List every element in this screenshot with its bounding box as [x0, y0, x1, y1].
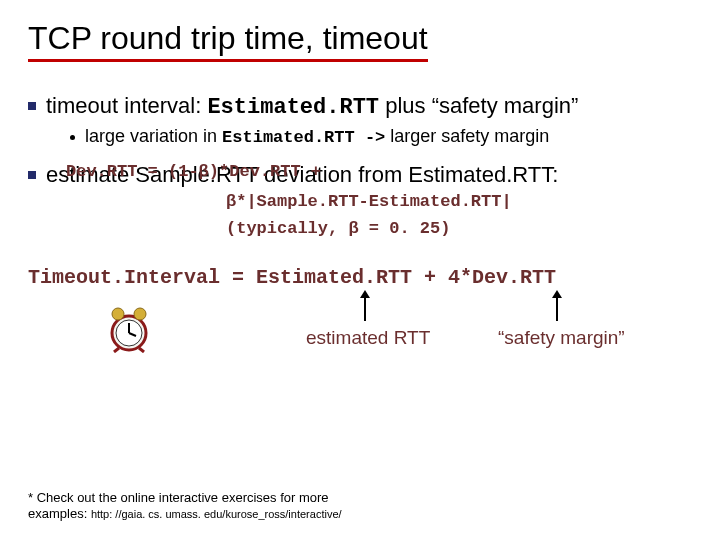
- devrtt-formula-overlay: Dev.RTT = (1-β)*Dev.RTT +: [66, 162, 321, 181]
- bullet-timeout-interval: timeout interval: Estimated.RTT plus “sa…: [28, 92, 692, 122]
- formula-typically: (typically, β = 0. 25): [226, 219, 692, 238]
- square-bullet-icon: [28, 102, 36, 110]
- timeout-interval-formula: Timeout.Interval = Estimated.RTT + 4*Dev…: [28, 266, 692, 289]
- svg-point-4: [112, 308, 124, 320]
- slide-title: TCP round trip time, timeout: [28, 20, 428, 62]
- annotation-row: estimated RTT “safety margin”: [28, 293, 692, 367]
- footnote: * Check out the online interactive exerc…: [28, 490, 368, 523]
- sub-bullet-variation: large variation in Estimated.RTT -> larg…: [70, 126, 692, 147]
- label-estimated-rtt: estimated RTT: [306, 327, 430, 349]
- label-safety-margin: “safety margin”: [498, 327, 625, 349]
- svg-line-6: [114, 348, 119, 352]
- arrow-icon: [556, 297, 558, 321]
- slide-body: timeout interval: Estimated.RTT plus “sa…: [28, 92, 692, 367]
- bullet-code: Estimated.RTT: [207, 95, 379, 120]
- bullet-lead: timeout interval:: [46, 93, 201, 118]
- bullet-text: timeout interval: Estimated.RTT plus “sa…: [46, 92, 578, 122]
- svg-line-7: [139, 348, 144, 352]
- dot-bullet-icon: [70, 135, 75, 140]
- bullet-estimate-deviation: estimate Sample.RTT deviation from Estim…: [28, 161, 692, 189]
- sub-text: large variation in Estimated.RTT -> larg…: [85, 126, 549, 147]
- formula-beta-abs: β*|Sample.RTT-Estimated.RTT|: [226, 192, 692, 211]
- alarm-clock-icon: [106, 305, 152, 353]
- svg-point-5: [134, 308, 146, 320]
- bullet-tail: plus “safety margin”: [379, 93, 578, 118]
- sub-code: Estimated.RTT ->: [222, 128, 385, 147]
- square-bullet-icon: [28, 171, 36, 179]
- arrow-icon: [364, 297, 366, 321]
- sub-a: large variation in: [85, 126, 222, 146]
- sub-b: larger safety margin: [385, 126, 549, 146]
- footnote-url: http: //gaia. cs. umass. edu/kurose_ross…: [91, 508, 342, 520]
